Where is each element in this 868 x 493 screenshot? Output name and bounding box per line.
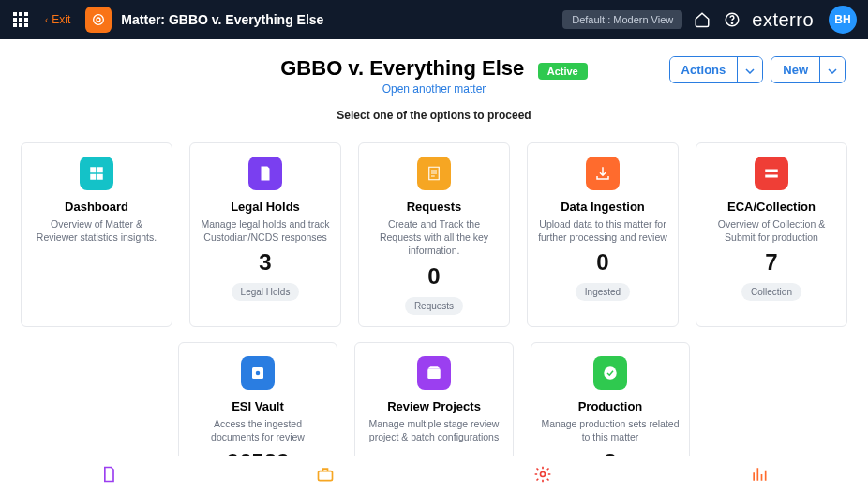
user-avatar[interactable]: BH [829, 6, 857, 34]
brand-logo: exterro [752, 9, 814, 31]
svg-point-11 [604, 366, 617, 380]
open-another-matter-link[interactable]: Open another matter [0, 82, 868, 96]
help-icon[interactable] [722, 9, 742, 30]
card-title: Legal Holds [200, 200, 331, 214]
card-desc: Access the ingested documents for review [188, 417, 327, 443]
actions-button-group: Actions [669, 56, 764, 83]
card-title: Production [541, 399, 680, 413]
actions-button[interactable]: Actions [670, 57, 738, 82]
review-icon [417, 356, 451, 390]
status-badge: Active [538, 63, 588, 80]
new-button[interactable]: New [771, 57, 819, 82]
bottom-nav-document-icon[interactable] [99, 465, 118, 484]
svg-rect-4 [90, 167, 96, 172]
card-desc: Create and Track the Requests with all t… [368, 217, 500, 258]
card-pill: Ingested [576, 283, 630, 301]
card-legal-holds[interactable]: Legal Holds Manage legal holds and track… [189, 142, 341, 327]
card-eca-collection[interactable]: ECA/Collection Overview of Collection & … [696, 142, 847, 327]
card-desc: Overview of Collection & Submit for prod… [706, 217, 837, 244]
card-count: 3 [200, 249, 331, 276]
svg-point-1 [97, 18, 100, 22]
actions-dropdown-caret[interactable] [737, 57, 762, 82]
card-row-1: Dashboard Overview of Matter & Reviewer … [0, 127, 868, 327]
card-desc: Upload data to this matter for further p… [537, 217, 668, 244]
card-desc: Manage production sets related to this m… [541, 417, 680, 443]
header-actions: Actions New [669, 56, 846, 83]
view-mode-selector[interactable]: Default : Modern View [562, 10, 682, 29]
svg-point-13 [540, 472, 545, 477]
home-icon[interactable] [692, 9, 712, 30]
exit-button[interactable]: ‹ Exit [39, 11, 76, 28]
chevron-down-icon [828, 68, 837, 74]
card-title: Data Ingestion [537, 200, 668, 214]
page-title: GBBO v. Everything Else [280, 56, 524, 81]
chevron-left-icon: ‹ [45, 15, 48, 25]
card-pill: Legal Holds [232, 283, 300, 301]
bottom-nav-analytics-icon[interactable] [750, 465, 769, 484]
card-count: 0 [368, 263, 500, 290]
card-desc: Manage multiple stage review project & b… [365, 417, 503, 443]
matter-title: Matter: GBBO v. Everything Else [121, 12, 323, 27]
page-header: GBBO v. Everything Else Active Open anot… [0, 39, 868, 127]
instruction-text: Select one of the options to proceed [0, 109, 868, 122]
card-title: Review Projects [365, 399, 503, 413]
card-desc: Overview of Matter & Reviewer statistics… [31, 217, 162, 244]
card-desc: Manage legal holds and track Custodian/N… [200, 217, 331, 244]
card-pill: Requests [405, 297, 463, 315]
svg-point-0 [94, 15, 104, 25]
requests-icon [417, 157, 451, 190]
vault-icon [241, 356, 275, 390]
svg-rect-7 [97, 174, 103, 180]
card-dashboard[interactable]: Dashboard Overview of Matter & Reviewer … [21, 142, 172, 327]
chevron-down-icon [745, 68, 755, 74]
exit-label: Exit [52, 13, 70, 26]
legal-holds-icon [248, 157, 282, 190]
collection-icon [755, 157, 788, 190]
card-requests[interactable]: Requests Create and Track the Requests w… [358, 142, 510, 327]
ingestion-icon [586, 157, 620, 190]
dashboard-icon [80, 157, 113, 190]
card-title: Requests [368, 200, 500, 214]
apps-grid-icon[interactable] [11, 10, 30, 29]
svg-point-3 [732, 22, 733, 23]
svg-rect-12 [319, 471, 333, 481]
card-pill: Collection [741, 283, 801, 301]
card-title: ESI Vault [188, 399, 327, 413]
bottom-nav-briefcase-icon[interactable] [316, 465, 335, 484]
card-count: 7 [706, 249, 837, 276]
svg-rect-6 [90, 174, 96, 180]
top-nav-bar: ‹ Exit Matter: GBBO v. Everything Else D… [0, 0, 868, 39]
matter-icon [85, 7, 112, 33]
production-icon [593, 356, 627, 390]
svg-point-9 [256, 370, 261, 375]
svg-rect-5 [97, 167, 103, 172]
bottom-nav [0, 456, 868, 493]
card-data-ingestion[interactable]: Data Ingestion Upload data to this matte… [527, 142, 679, 327]
card-title: Dashboard [31, 200, 162, 214]
card-title: ECA/Collection [706, 200, 837, 214]
new-button-group: New [771, 56, 846, 83]
bottom-nav-settings-icon[interactable] [533, 465, 552, 484]
new-dropdown-caret[interactable] [819, 57, 845, 82]
card-count: 0 [537, 249, 668, 276]
svg-rect-10 [427, 368, 441, 379]
